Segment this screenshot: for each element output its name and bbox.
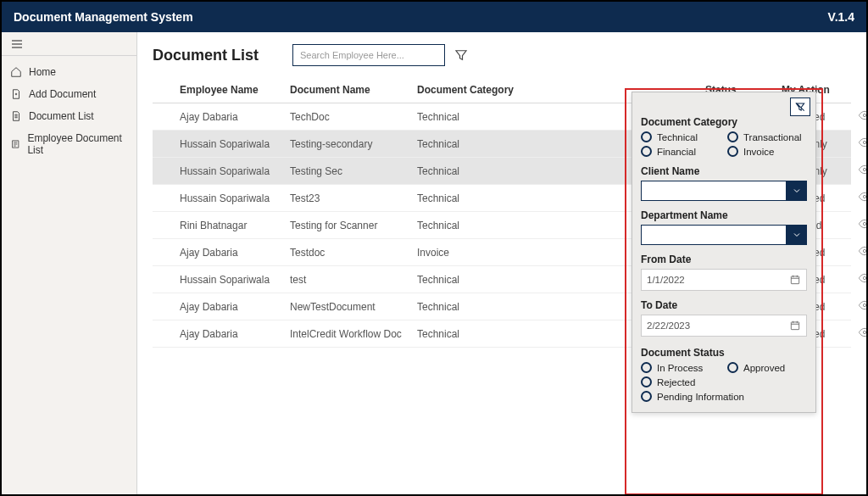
- filter-clear-button[interactable]: [790, 98, 810, 116]
- nav-label: Employee Document List: [27, 132, 128, 156]
- view-icon[interactable]: [858, 326, 866, 339]
- radio-invoice[interactable]: Invoice: [727, 146, 807, 157]
- cell-employee: Hussain Sopariwala: [176, 165, 287, 177]
- file-list-icon: [10, 110, 22, 122]
- radio-transactional[interactable]: Transactional: [727, 131, 807, 142]
- svg-point-4: [863, 222, 865, 225]
- cell-category: Technical: [414, 138, 532, 150]
- cell-document: TechDoc: [287, 111, 414, 123]
- menu-toggle[interactable]: [2, 32, 136, 56]
- date-value: 1/1/2022: [647, 275, 789, 285]
- radio-pending-info[interactable]: Pending Information: [641, 391, 807, 402]
- calendar-icon: [789, 274, 801, 286]
- filter-category-label: Document Category: [641, 116, 807, 128]
- date-value: 2/22/2023: [647, 320, 789, 331]
- radio-financial[interactable]: Financial: [641, 146, 721, 157]
- cell-employee: Ajay Dabaria: [176, 328, 287, 340]
- view-icon[interactable]: [858, 298, 866, 312]
- cell-employee: Ajay Dabaria: [176, 247, 287, 259]
- cell-document: IntelCredit Workflow Doc: [287, 328, 414, 340]
- cell-category: Technical: [414, 220, 532, 231]
- cell-document: Test23: [287, 192, 414, 204]
- nav-document-list[interactable]: Document List: [2, 105, 136, 127]
- client-select[interactable]: [641, 181, 807, 201]
- page-title: Document List: [153, 47, 259, 64]
- view-icon[interactable]: [858, 190, 866, 203]
- cell-category: Invoice: [414, 247, 532, 259]
- view-icon[interactable]: [858, 109, 866, 122]
- sidebar: Home Add Document Document List Employee…: [2, 32, 137, 494]
- svg-point-0: [863, 114, 865, 116]
- cell-document: Testing for Scanner: [287, 220, 414, 231]
- cell-document: NewTestDocument: [287, 301, 414, 313]
- view-icon[interactable]: [858, 136, 866, 149]
- view-icon[interactable]: [858, 244, 866, 258]
- cell-employee: Hussain Sopariwala: [176, 192, 287, 204]
- radio-label: Pending Information: [657, 392, 744, 402]
- filter-client-label: Client Name: [641, 165, 807, 177]
- cell-category: Technical: [414, 301, 532, 313]
- nav-home[interactable]: Home: [2, 61, 136, 83]
- cell-document: test: [287, 274, 414, 286]
- chevron-down-icon: [787, 225, 807, 245]
- from-date-input[interactable]: 1/1/2022: [641, 269, 807, 291]
- cell-employee: Hussain Sopariwala: [176, 274, 287, 286]
- filter-icon[interactable]: [453, 47, 469, 63]
- cell-employee: Ajay Dabaria: [176, 301, 287, 313]
- radio-technical[interactable]: Technical: [641, 131, 721, 142]
- view-icon[interactable]: [858, 271, 866, 285]
- svg-point-1: [863, 141, 865, 143]
- svg-point-3: [863, 195, 865, 198]
- search-placeholder: Search Employee Here...: [300, 50, 404, 60]
- home-icon: [10, 66, 22, 78]
- radio-label: Financial: [657, 147, 696, 157]
- main-content: Document List Search Employee Here... Em…: [137, 32, 866, 494]
- radio-rejected[interactable]: Rejected: [641, 376, 721, 387]
- cell-document: Testing-secondary: [287, 138, 414, 150]
- svg-point-7: [863, 304, 865, 306]
- nav-add-document[interactable]: Add Document: [2, 83, 136, 105]
- employee-list-icon: [10, 138, 20, 150]
- radio-in-process[interactable]: In Process: [641, 362, 721, 373]
- radio-label: Rejected: [657, 377, 695, 387]
- view-icon[interactable]: [858, 217, 866, 231]
- filter-panel: Document Category Technical Transactiona…: [632, 92, 816, 413]
- app-header: Document Management System V.1.4: [2, 2, 866, 32]
- nav-label: Home: [29, 66, 56, 78]
- department-select[interactable]: [641, 225, 807, 245]
- cell-employee: Ajay Dabaria: [176, 111, 287, 123]
- search-input[interactable]: Search Employee Here...: [292, 44, 445, 66]
- nav-employee-document-list[interactable]: Employee Document List: [2, 127, 136, 161]
- radio-label: Transactional: [743, 132, 802, 142]
- cell-category: Technical: [414, 111, 532, 123]
- cell-category: Technical: [414, 165, 532, 177]
- svg-point-2: [863, 168, 865, 170]
- svg-rect-9: [791, 276, 798, 284]
- cell-employee: Rini Bhatnagar: [176, 220, 287, 231]
- calendar-icon: [789, 320, 801, 332]
- chevron-down-icon: [787, 181, 807, 201]
- cell-document: Testdoc: [287, 247, 414, 259]
- nav-label: Document List: [29, 110, 94, 122]
- radio-label: Approved: [743, 363, 785, 373]
- cell-category: Technical: [414, 328, 532, 340]
- svg-rect-10: [791, 322, 798, 330]
- svg-point-8: [863, 331, 865, 333]
- file-plus-icon: [10, 88, 22, 100]
- filter-from-date-label: From Date: [641, 254, 807, 265]
- radio-label: Technical: [657, 132, 698, 142]
- radio-label: In Process: [657, 363, 703, 373]
- view-icon[interactable]: [858, 163, 866, 176]
- svg-point-6: [863, 276, 865, 279]
- to-date-input[interactable]: 2/22/2023: [641, 315, 807, 337]
- filter-to-date-label: To Date: [641, 299, 807, 311]
- filter-department-label: Department Name: [641, 209, 807, 221]
- radio-approved[interactable]: Approved: [727, 362, 807, 373]
- filter-status-label: Document Status: [641, 347, 807, 359]
- svg-point-5: [863, 249, 865, 252]
- col-employee: Employee Name: [176, 84, 287, 96]
- col-document: Document Name: [287, 84, 414, 96]
- col-category: Document Category: [414, 84, 532, 96]
- cell-category: Technical: [414, 274, 532, 286]
- cell-category: Technical: [414, 192, 532, 204]
